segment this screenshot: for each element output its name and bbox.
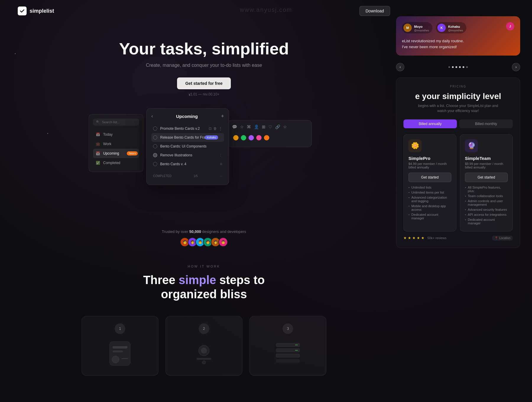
task-item-5[interactable]: Bento Cards v. 4 ⊙ (151, 160, 224, 168)
task-item-1[interactable]: Promote Bento Cards v.2 ⊡ 🗑 ⋮ (151, 124, 224, 133)
pricing-title: e your simplicity level (403, 92, 513, 101)
emoji-chat[interactable]: 💬 (232, 124, 237, 129)
add-task-icon[interactable]: + (221, 113, 224, 119)
plan-card-simplepro: 🌼 SimplePro $4.99 per member / month bil… (403, 134, 456, 231)
get-started-button[interactable]: Get started for free (177, 77, 231, 89)
task-label-5: Bento Cards v. 4 (160, 162, 186, 166)
carousel-dot-1[interactable] (448, 66, 450, 68)
carousel-dot-4[interactable] (459, 66, 461, 68)
simpleteam-feature-4: Advanced security features (468, 208, 507, 211)
svg-point-6 (201, 348, 207, 354)
title-normal: Three (143, 273, 179, 286)
color-dot-purple[interactable] (249, 135, 254, 140)
sidebar-search[interactable]: 🔍 Search list... (93, 119, 139, 126)
sidebar-item-work-label: Work (103, 142, 111, 146)
logo-icon (18, 7, 27, 15)
upcoming-icon: 📆 (95, 151, 100, 156)
sidebar-item-completed-label: Completed (103, 161, 120, 165)
sidebar-item-work[interactable]: 💼 Work (93, 139, 139, 149)
emoji-heart[interactable]: ♡ (268, 124, 272, 129)
step-illustration-3 (270, 339, 306, 368)
pricing-section: PRICING e your simplicity level begins w… (396, 77, 520, 248)
task-more-5[interactable]: ⊙ (220, 162, 222, 166)
sidebar-item-completed[interactable]: ✅ Completed (93, 158, 139, 168)
pricing-label: PRICING (403, 85, 513, 88)
sidebar-item-upcoming-label: Upcoming (103, 151, 119, 155)
moyo-handle: @moyoshes (414, 29, 429, 32)
plan-card-simpleteam: 🔮 SimpleTeam $9.99 per member / month bi… (460, 134, 513, 231)
simplepro-feature-2: Unlimited items per list (411, 191, 444, 194)
location-badge: 📍 Location (492, 236, 513, 241)
task-item-3[interactable]: Bento Cards: UI Components (151, 142, 224, 151)
completed-icon: ✅ (95, 161, 100, 165)
task-item-2[interactable]: Release Bento Cards for Framer Kohaku (151, 133, 224, 142)
work-icon: 💼 (95, 142, 100, 146)
panel-header: ‹ Upcoming + (151, 113, 224, 119)
simpleteam-feature-3: Admin controls and user management (468, 199, 508, 206)
simplepro-cta-button[interactable]: Get started (408, 173, 451, 182)
logo-area: simplelist (18, 7, 54, 15)
billed-monthly-button[interactable]: Billed monthly (459, 119, 513, 128)
simpleteam-cta-button[interactable]: Get started (465, 173, 508, 182)
simpleteam-price: $9.99 per member / month billed annually (465, 162, 508, 169)
simplepro-feature-1: Unlimited lists (411, 186, 432, 189)
carousel-dot-3[interactable] (455, 66, 457, 68)
user-chip-kohaku: K Kohaku @moyoshes (436, 22, 466, 33)
task-actions-1: ⊡ 🗑 ⋮ (209, 127, 222, 131)
testimonial-text-prefix: eList revolutionized my daily routine.I'… (402, 39, 464, 49)
step-card-3: 3 (249, 316, 326, 376)
emoji-cmd[interactable]: ⌘ (247, 124, 251, 129)
task-circle-3 (153, 144, 157, 148)
simplepro-feature-5: Dedicated account manager (411, 213, 451, 220)
testimonial-card: M Moyo @moyoshes K Kohaku @moyoshes J eL (396, 16, 520, 56)
avatars-row: 🧑 👩 👨 🧑 👩 👨 (0, 237, 408, 247)
back-icon[interactable]: ‹ (151, 114, 153, 119)
sidebar-item-upcoming[interactable]: 📆 Upcoming Tetors ▶ (93, 149, 139, 158)
emoji-user[interactable]: 👤 (254, 124, 259, 129)
emoji-star2[interactable]: ☆ (283, 124, 287, 129)
svg-rect-2 (113, 351, 123, 352)
carousel-next-button[interactable]: › (512, 63, 520, 71)
emoji-star[interactable]: ☆ (240, 124, 244, 129)
carousel-dot-2[interactable] (452, 66, 454, 68)
svg-rect-4 (121, 358, 128, 359)
color-dot-orange[interactable] (264, 135, 269, 140)
copy-icon[interactable]: ⊡ (209, 127, 212, 131)
sidebar-preview: 🔍 Search list... 📅 Today 💼 Work 📆 Upcomi… (89, 114, 143, 172)
emoji-grid[interactable]: ⊞ (262, 124, 265, 129)
how-it-works-section: HOW IT WORK Three simple steps toorganiz… (0, 253, 408, 310)
color-dot-amber[interactable] (233, 135, 239, 140)
task-item-4[interactable]: Remove Illustrations ⋮ (151, 151, 224, 160)
hero-title: Your tasks, simplified (18, 40, 390, 58)
carousel-dot-6[interactable] (466, 66, 468, 68)
svg-rect-12 (276, 359, 300, 363)
simpleteam-name: SimpleTeam (465, 156, 508, 161)
emoji-link[interactable]: 🔗 (275, 124, 280, 129)
carousel-dot-5[interactable] (463, 66, 464, 68)
color-dot-green[interactable] (241, 135, 246, 140)
today-icon: 📅 (95, 132, 100, 137)
color-dot-pink[interactable] (256, 135, 262, 140)
simpleteam-price-note: billed annually (465, 166, 486, 169)
simpleteam-price-main: $9.99 per member / month (465, 162, 503, 166)
svg-point-3 (112, 356, 119, 363)
search-icon: 🔍 (96, 120, 100, 124)
step-illustration-1 (102, 339, 138, 368)
task-circle-5 (153, 162, 157, 166)
sidebar-item-today-label: Today (103, 132, 113, 137)
download-button[interactable]: Download (359, 6, 390, 16)
sidebar-item-today[interactable]: 📅 Today (93, 130, 139, 139)
delete-icon[interactable]: 🗑 (213, 127, 217, 131)
trust-suffix: designers and developers (201, 229, 246, 234)
testimonial-users: M Moyo @moyoshes K Kohaku @moyoshes J (402, 22, 514, 33)
how-it-works-label: HOW IT WORK (18, 265, 390, 268)
upcoming-badge: Tetors (127, 151, 138, 155)
task-more-4[interactable]: ⋮ (219, 153, 222, 157)
completed-more[interactable]: ··· (220, 174, 222, 178)
svg-point-8 (202, 361, 206, 364)
location-icon: 📍 (494, 236, 498, 240)
plans-row: 🌼 SimplePro $4.99 per member / month bil… (403, 134, 513, 231)
simpleteam-feature-2: Team collaboration tools (468, 194, 503, 198)
more-icon[interactable]: ⋮ (219, 127, 222, 131)
billed-annually-button[interactable]: Billed annually (403, 119, 457, 128)
